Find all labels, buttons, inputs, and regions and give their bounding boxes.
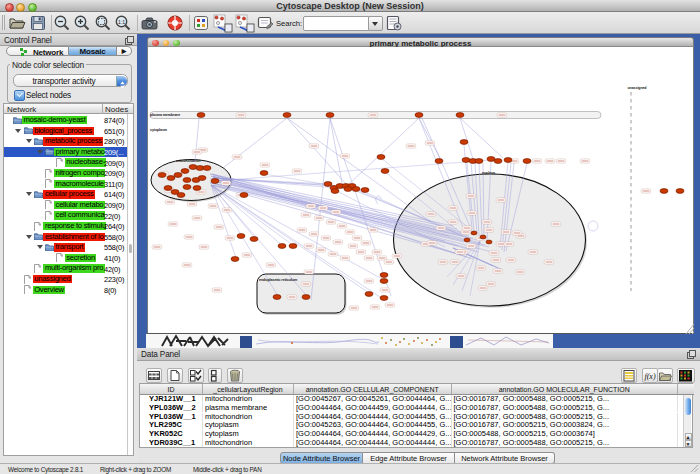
svg-text:cytoplasm: cytoplasm <box>150 128 167 132</box>
svg-text:f(x): f(x) <box>644 372 655 381</box>
svg-text:nucleus: nucleus <box>482 171 495 175</box>
svg-text:1:1: 1:1 <box>118 19 125 25</box>
svg-text:unassigned: unassigned <box>628 86 647 90</box>
svg-text:endoplasmic reticulum: endoplasmic reticulum <box>259 278 298 282</box>
svg-text:mitochondrion: mitochondrion <box>176 159 201 163</box>
svg-text:plasma membrane: plasma membrane <box>150 113 180 117</box>
